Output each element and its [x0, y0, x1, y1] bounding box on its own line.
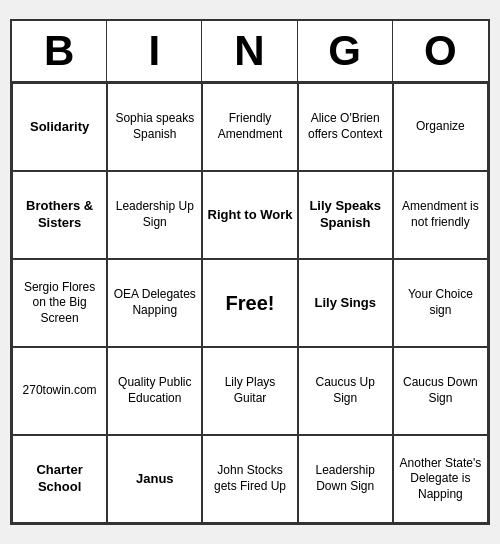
bingo-cell-0: Solidarity	[12, 83, 107, 171]
bingo-cell-22: John Stocks gets Fired Up	[202, 435, 297, 523]
bingo-cell-5: Brothers & Sisters	[12, 171, 107, 259]
bingo-letter-n: N	[202, 21, 297, 81]
bingo-cell-3: Alice O'Brien offers Context	[298, 83, 393, 171]
bingo-cell-16: Quality Public Education	[107, 347, 202, 435]
bingo-cell-2: Friendly Amendment	[202, 83, 297, 171]
bingo-grid: SolidaritySophia speaks SpanishFriendly …	[12, 83, 488, 523]
bingo-cell-15: 270towin.com	[12, 347, 107, 435]
bingo-cell-17: Lily Plays Guitar	[202, 347, 297, 435]
bingo-cell-7: Right to Work	[202, 171, 297, 259]
bingo-cell-19: Caucus Down Sign	[393, 347, 488, 435]
bingo-letter-g: G	[298, 21, 393, 81]
bingo-cell-9: Amendment is not friendly	[393, 171, 488, 259]
bingo-cell-6: Leadership Up Sign	[107, 171, 202, 259]
bingo-cell-4: Organize	[393, 83, 488, 171]
bingo-cell-1: Sophia speaks Spanish	[107, 83, 202, 171]
bingo-cell-12: Free!	[202, 259, 297, 347]
bingo-cell-21: Janus	[107, 435, 202, 523]
bingo-cell-13: Lily Sings	[298, 259, 393, 347]
bingo-cell-23: Leadership Down Sign	[298, 435, 393, 523]
bingo-cell-14: Your Choice sign	[393, 259, 488, 347]
bingo-card: BINGO SolidaritySophia speaks SpanishFri…	[10, 19, 490, 525]
bingo-cell-10: Sergio Flores on the Big Screen	[12, 259, 107, 347]
bingo-cell-11: OEA Delegates Napping	[107, 259, 202, 347]
bingo-cell-24: Another State's Delegate is Napping	[393, 435, 488, 523]
bingo-letter-o: O	[393, 21, 488, 81]
bingo-cell-18: Caucus Up Sign	[298, 347, 393, 435]
bingo-letter-i: I	[107, 21, 202, 81]
bingo-header: BINGO	[12, 21, 488, 83]
bingo-letter-b: B	[12, 21, 107, 81]
bingo-cell-8: Lily Speaks Spanish	[298, 171, 393, 259]
bingo-cell-20: Charter School	[12, 435, 107, 523]
